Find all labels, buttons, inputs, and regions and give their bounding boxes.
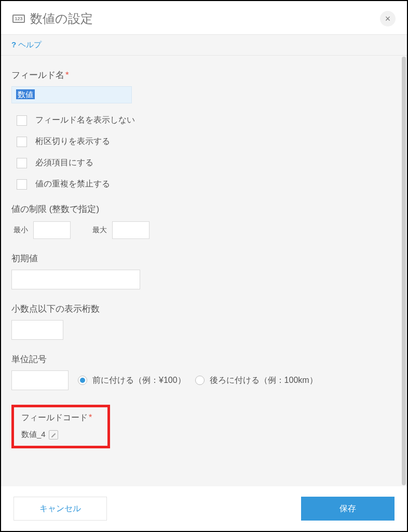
- decimal-places-block: 小数点以下の表示桁数: [11, 303, 397, 340]
- unit-before-radio[interactable]: 前に付ける（例：¥100）: [78, 375, 186, 386]
- number-settings-dialog: 123 数値の設定 × ?ヘルプ フィールド名* 数値 フィールド名を表示しない: [0, 0, 408, 532]
- number-field-icon: 123: [12, 15, 25, 23]
- dialog-titlebar: 123 数値の設定 ×: [1, 1, 407, 34]
- max-label: 最大: [92, 225, 107, 235]
- checkbox-label: 値の重複を禁止する: [35, 179, 110, 190]
- field-name-input[interactable]: 数値: [11, 86, 132, 103]
- close-icon: ×: [385, 14, 391, 24]
- cancel-button-label: キャンセル: [39, 503, 81, 514]
- checkbox-unique[interactable]: 値の重複を禁止する: [11, 179, 397, 190]
- checkbox-digit-grouping[interactable]: 桁区切りを表示する: [11, 136, 397, 147]
- dialog-title: 数値の設定: [30, 10, 93, 27]
- unit-symbol-label: 単位記号: [11, 353, 397, 365]
- field-code-value-row: 数値_4: [21, 430, 100, 440]
- field-code-label-text: フィールドコード: [21, 413, 88, 422]
- checkbox-label: 必須項目にする: [35, 157, 93, 168]
- help-icon: ?: [11, 40, 16, 49]
- field-name-value: 数値: [16, 89, 35, 99]
- checkbox-required[interactable]: 必須項目にする: [11, 157, 397, 168]
- checkbox-icon: [17, 179, 27, 190]
- field-code-highlight: フィールドコード* 数値_4: [11, 405, 110, 448]
- field-code-label: フィールドコード*: [21, 413, 100, 423]
- default-value-label: 初期値: [11, 252, 397, 264]
- edit-icon[interactable]: [49, 430, 58, 440]
- save-button-label: 保存: [339, 503, 356, 514]
- help-link[interactable]: ?ヘルプ: [11, 40, 42, 49]
- scrollbar[interactable]: [402, 57, 406, 485]
- radio-icon: [195, 376, 205, 385]
- min-input[interactable]: [33, 221, 71, 239]
- checkbox-hide-field-name[interactable]: フィールド名を表示しない: [11, 115, 397, 126]
- checkbox-group: フィールド名を表示しない 桁区切りを表示する 必須項目にする 値の重複を禁止する: [11, 115, 397, 190]
- cancel-button[interactable]: キャンセル: [13, 497, 107, 521]
- help-bar: ?ヘルプ: [1, 34, 407, 56]
- min-label: 最小: [13, 225, 28, 235]
- decimal-places-input[interactable]: [11, 320, 63, 340]
- required-mark: *: [89, 413, 92, 422]
- value-range-row: 最小 最大: [13, 221, 397, 239]
- unit-symbol-block: 単位記号 前に付ける（例：¥100） 後ろに付ける（例：100km）: [11, 353, 397, 390]
- checkbox-label: フィールド名を表示しない: [35, 115, 135, 126]
- field-name-label-text: フィールド名: [11, 70, 64, 80]
- required-mark: *: [65, 70, 69, 80]
- checkbox-label: 桁区切りを表示する: [35, 136, 110, 147]
- radio-icon: [78, 376, 87, 385]
- save-button[interactable]: 保存: [301, 497, 395, 521]
- value-range-label: 値の制限 (整数で指定): [11, 203, 397, 215]
- checkbox-icon: [17, 158, 27, 168]
- radio-label-text: 後ろに付ける（例：100km）: [210, 375, 318, 386]
- default-value-block: 初期値: [11, 252, 397, 289]
- default-value-input[interactable]: [11, 270, 140, 289]
- help-label: ヘルプ: [18, 40, 42, 49]
- checkbox-icon: [17, 115, 27, 126]
- radio-label-text: 前に付ける（例：¥100）: [92, 375, 186, 386]
- decimal-places-label: 小数点以下の表示桁数: [11, 303, 397, 315]
- checkbox-icon: [17, 137, 27, 147]
- dialog-body-wrap: フィールド名* 数値 フィールド名を表示しない 桁区切りを表示する 必須項目にす…: [1, 56, 407, 486]
- field-code-value: 数値_4: [21, 430, 46, 440]
- dialog-body: フィールド名* 数値 フィールド名を表示しない 桁区切りを表示する 必須項目にす…: [1, 56, 407, 486]
- field-name-label: フィールド名*: [11, 69, 397, 81]
- max-input[interactable]: [112, 221, 149, 239]
- unit-symbol-input[interactable]: [11, 370, 69, 390]
- unit-after-radio[interactable]: 後ろに付ける（例：100km）: [195, 375, 318, 386]
- close-button[interactable]: ×: [380, 11, 396, 26]
- dialog-footer: キャンセル 保存: [1, 486, 407, 531]
